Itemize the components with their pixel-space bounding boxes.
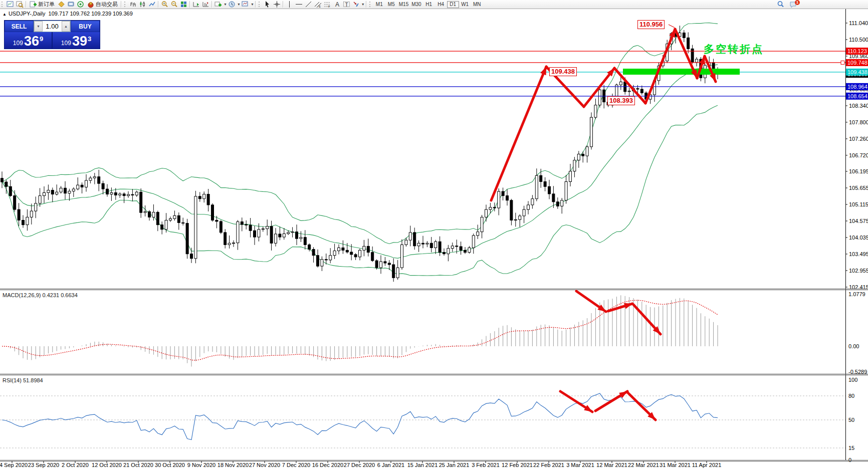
- svg-text:22 Mar 2021: 22 Mar 2021: [628, 462, 659, 468]
- bollinger-bands: [2, 23, 718, 276]
- toolbar-grip[interactable]: [2, 2, 4, 7]
- svg-text:104.575: 104.575: [849, 218, 868, 224]
- annotation-flag-high[interactable]: 110.956: [637, 20, 665, 29]
- rsi-label: RSI(14) 51.8984: [3, 377, 43, 383]
- volume-decrease-button[interactable]: ▼: [34, 21, 43, 32]
- equidistant-channel-tool-icon[interactable]: E: [313, 1, 323, 8]
- vertical-line-tool-icon[interactable]: [285, 1, 294, 8]
- buy-price-pip: 3: [88, 35, 91, 43]
- new-order-button[interactable]: 新订单: [28, 1, 57, 8]
- chart-canvas[interactable]: 111.040110.500109.960109.420108.880108.3…: [0, 0, 868, 470]
- autotrading-button[interactable]: 自动交易: [85, 1, 120, 8]
- svg-text:21 Oct 2020: 21 Oct 2020: [123, 462, 153, 468]
- tab-timeframe-m1[interactable]: M1: [373, 1, 385, 8]
- volume-input[interactable]: 1.00: [43, 21, 62, 32]
- annotation-flag-pivot[interactable]: 109.438: [549, 67, 577, 76]
- toolbar-grip[interactable]: [124, 2, 127, 7]
- arrows-tool-icon[interactable]: [351, 1, 361, 8]
- pivot-note-text[interactable]: 多空转折点: [704, 42, 764, 56]
- svg-text:110.123: 110.123: [847, 48, 867, 54]
- svg-text:27 Nov 2020: 27 Nov 2020: [249, 462, 280, 468]
- line-chart-icon[interactable]: [147, 1, 157, 8]
- text-label-tool-icon[interactable]: T: [342, 1, 351, 8]
- tab-timeframe-mn[interactable]: MN: [471, 1, 483, 8]
- bar-chart-icon[interactable]: [128, 1, 138, 8]
- tab-timeframe-w1[interactable]: W1: [459, 1, 471, 8]
- svg-text:15 Jan 2021: 15 Jan 2021: [407, 462, 438, 468]
- svg-text:102.955: 102.955: [849, 268, 868, 274]
- svg-text:100: 100: [848, 377, 857, 383]
- cursor-tool-icon[interactable]: [263, 1, 272, 8]
- add-indicator-icon[interactable]: [213, 1, 223, 8]
- news-icon[interactable]: [76, 1, 85, 8]
- tab-timeframe-m5[interactable]: M5: [385, 1, 397, 8]
- arrows-caret-icon[interactable]: ▼: [361, 3, 365, 6]
- chart-profiles-icon[interactable]: [15, 1, 25, 8]
- toolbar-separator: [366, 1, 367, 8]
- toolbar-separator: [189, 1, 190, 8]
- buy-button[interactable]: BUY: [71, 21, 100, 32]
- svg-text:109.748: 109.748: [847, 60, 867, 66]
- rsi-arrows[interactable]: [560, 389, 658, 422]
- crosshair-tool-icon[interactable]: [272, 1, 282, 8]
- svg-text:107.260: 107.260: [849, 136, 868, 142]
- notifications-icon[interactable]: 1: [788, 1, 798, 8]
- tab-timeframe-m15[interactable]: M15: [397, 1, 410, 8]
- auto-scroll-icon[interactable]: [191, 1, 201, 8]
- buy-price[interactable]: 109 39 3: [53, 32, 100, 49]
- horizontal-line-tool-icon[interactable]: [294, 1, 304, 8]
- svg-text:109.438: 109.438: [847, 69, 867, 75]
- svg-text:105.115: 105.115: [849, 201, 868, 207]
- svg-text:3 Mar 2021: 3 Mar 2021: [566, 462, 594, 468]
- macd-arrows[interactable]: [576, 291, 663, 336]
- annotation-flag-low[interactable]: 108.393: [607, 96, 635, 105]
- chart-shift-icon[interactable]: [201, 1, 210, 8]
- tab-timeframe-h4[interactable]: H4: [435, 1, 447, 8]
- template-icon[interactable]: [241, 1, 250, 8]
- terminal-icon[interactable]: [66, 1, 76, 8]
- volume-increase-button[interactable]: ▲: [62, 21, 70, 32]
- symbol-ohlc-values: 109.717 109.762 109.239 109.369: [49, 11, 133, 17]
- price-axis: 111.040110.500109.960109.420108.880108.3…: [845, 9, 868, 463]
- market-watch-icon[interactable]: [57, 1, 66, 8]
- tab-timeframe-m30[interactable]: M30: [410, 1, 422, 8]
- svg-text:18 Nov 2020: 18 Nov 2020: [218, 462, 249, 468]
- svg-text:0.00: 0.00: [848, 343, 859, 349]
- candlestick-chart-icon[interactable]: [138, 1, 147, 8]
- svg-text:50: 50: [848, 417, 854, 423]
- svg-text:30 Oct 2020: 30 Oct 2020: [155, 462, 185, 468]
- add-indicator-caret-icon[interactable]: ▼: [224, 3, 227, 6]
- zoom-out-icon[interactable]: [169, 1, 179, 8]
- tab-timeframe-h1[interactable]: H1: [423, 1, 435, 8]
- toolbar-grip[interactable]: [259, 2, 261, 7]
- svg-text:T: T: [345, 2, 348, 8]
- toolbar-grip[interactable]: [369, 2, 372, 7]
- trendline-tool-icon[interactable]: [304, 1, 313, 8]
- new-chart-icon[interactable]: [6, 1, 15, 8]
- svg-text:106.195: 106.195: [849, 168, 868, 174]
- toolbar-separator: [283, 1, 284, 8]
- sell-button[interactable]: SELL: [5, 21, 34, 32]
- period-clock-icon[interactable]: [227, 1, 237, 8]
- svg-text:14 Sep 2020: 14 Sep 2020: [0, 462, 28, 468]
- zoom-in-icon[interactable]: [160, 1, 169, 8]
- svg-text:22 Feb 2021: 22 Feb 2021: [533, 462, 564, 468]
- svg-text:12 Feb 2021: 12 Feb 2021: [502, 462, 533, 468]
- mt4-window: 新订单 自动交易: [0, 0, 868, 470]
- period-caret-icon[interactable]: ▼: [237, 3, 241, 6]
- svg-text:2 Oct 2020: 2 Oct 2020: [62, 462, 89, 468]
- svg-text:F: F: [328, 5, 330, 8]
- buy-price-big: 39: [72, 35, 87, 48]
- new-order-label: 新订单: [38, 1, 55, 8]
- sell-price[interactable]: 109 36 9: [5, 32, 52, 49]
- search-icon[interactable]: [776, 1, 785, 8]
- fibonacci-tool-icon[interactable]: F: [323, 1, 332, 8]
- svg-text:A: A: [335, 1, 339, 8]
- svg-text:16 Dec 2020: 16 Dec 2020: [312, 462, 343, 468]
- svg-text:23 Sep 2020: 23 Sep 2020: [28, 462, 59, 468]
- sell-price-prefix: 109: [13, 40, 23, 47]
- tab-timeframe-d1[interactable]: D1: [447, 1, 459, 8]
- tile-windows-icon[interactable]: [179, 1, 188, 8]
- text-tool-icon[interactable]: A: [332, 1, 342, 8]
- template-caret-icon[interactable]: ▼: [251, 3, 254, 6]
